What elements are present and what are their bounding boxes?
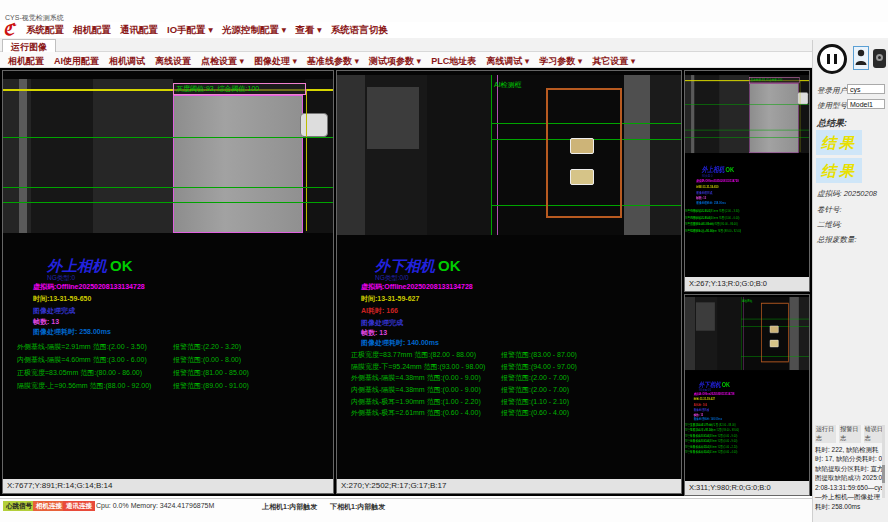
tool-plc-address-table[interactable]: PLC地址表 <box>431 55 476 68</box>
middle-ai-elapsed: AI耗时: 166 <box>361 306 398 316</box>
left-result-ok: OK <box>726 165 735 174</box>
menu-item-system-config[interactable]: 系统配置 <box>26 24 64 37</box>
middle-ai-elapsed: AI耗时: 166 <box>694 403 707 408</box>
mini-view-bottom[interactable]: AI检测框 外下相机OK NG类型:0/0 虚拟码:Offline2025020… <box>684 294 810 496</box>
inspected-cell-region <box>749 83 798 153</box>
menu-item-comm-config[interactable]: 通讯配置 <box>120 24 158 37</box>
comm-status-badge: 通讯连接 <box>63 501 95 511</box>
middle-barcode: 虚拟码:Offline20250208133134728 <box>361 282 473 292</box>
app-logo-icon: ℭ <box>3 20 21 38</box>
result-badge-1: 结果 <box>816 130 862 155</box>
login-user-label: 登录用户: <box>817 86 849 96</box>
left-result-ok: OK <box>110 257 133 274</box>
tool-image-processing[interactable]: 图像处理 ▾ <box>254 55 297 68</box>
login-user-field[interactable]: cys <box>847 84 885 94</box>
machine-column <box>719 75 749 153</box>
ai-box-label: AI检测框 <box>494 80 522 90</box>
green-measure-line <box>3 187 333 188</box>
menu-item-view[interactable]: 查看 ▾ <box>295 24 321 37</box>
middle-elapsed: 图像处理耗时: 140.00ms <box>361 338 439 348</box>
cpu-memory-readout: Cpu: 0.0% Memory: 3424.41796875M <box>96 502 214 509</box>
white-connector-part <box>300 113 328 137</box>
title-bar: CYS-视觉检测系统 <box>0 0 888 22</box>
left-time: 时间:13-31-59-650 <box>33 294 91 304</box>
left-camera-image: 灰度阈值:93, 综合阈值:100 <box>3 79 333 233</box>
qr-code-label: 二维码: <box>817 220 842 230</box>
mini-bottom-pixel-coordinates: X:311;Y:980;R:0;G:0;B:0 <box>685 481 809 495</box>
mini-top-pixel-coordinates: X:267;Y:13;R:0;G:0;B:0 <box>685 277 809 291</box>
pause-button[interactable] <box>817 44 847 74</box>
machine-column <box>789 297 798 370</box>
model-field[interactable]: Model1 <box>847 99 885 109</box>
log-scrollbar-thumb[interactable] <box>882 465 885 483</box>
log-scrollbar[interactable] <box>882 425 885 498</box>
middle-pixel-coordinates: X:270;Y:2502;R:17;G:17;B:17 <box>337 479 681 493</box>
bright-feature <box>570 169 594 185</box>
tool-camera-config[interactable]: 相机配置 <box>8 55 44 68</box>
menu-item-light-config[interactable]: 光源控制配置 ▾ <box>222 24 286 37</box>
middle-time: 时间:13-31-59-627 <box>361 294 419 304</box>
green-measure-line <box>3 202 333 203</box>
settings-button[interactable] <box>873 49 886 68</box>
tool-offline-debug[interactable]: 离线调试 ▾ <box>486 55 529 68</box>
middle-camera-view[interactable]: AI检测框 外下相机OK NG类型:0/0 虚拟码:Offline2025020… <box>336 70 682 494</box>
ai-box-label: AI检测框 <box>742 299 752 304</box>
status-bar: 心跳信号 相机连接 通讯连接 Cpu: 0.0% Memory: 3424.41… <box>0 498 812 522</box>
log-area: 运行日志 报警日志 错误日志 耗时: 222, 缺陷检测耗时: 17, 缺陷分类… <box>815 425 885 498</box>
mini-top-content: 灰度阈值:93, 综合阈值:100 外上相机OK NG类型:0 虚拟码:Offl… <box>685 71 810 278</box>
middle-camera-image: AI检测框 <box>685 297 810 370</box>
left-process-done: 图像处理完成 <box>33 306 75 316</box>
machine-column <box>685 297 695 370</box>
tool-other-settings[interactable]: 其它设置 ▾ <box>592 55 635 68</box>
result-badge-2: 结果 <box>816 158 862 183</box>
menu-item-camera-config[interactable]: 相机配置 <box>73 24 111 37</box>
tab-strip: 运行图像 <box>0 38 888 52</box>
left-pixel-coordinates: X:7677;Y:891;R:14;G:14;B:14 <box>3 479 333 493</box>
left-frame-count: 帧数: 13 <box>33 317 59 327</box>
middle-result-ok: OK <box>438 257 461 274</box>
machine-column <box>93 79 173 233</box>
machine-column <box>624 75 650 235</box>
machine-beam <box>696 302 715 330</box>
tool-baseline-params[interactable]: 基准线参数 ▾ <box>307 55 359 68</box>
lens-icon <box>876 54 883 61</box>
green-measure-line-vertical <box>491 75 492 235</box>
mini-bottom-content: AI检测框 外下相机OK NG类型:0/0 虚拟码:Offline2025020… <box>685 295 810 482</box>
tool-learning-params[interactable]: 学习参数 ▾ <box>539 55 582 68</box>
tool-ai-usage-config[interactable]: AI使用配置 <box>54 55 99 68</box>
log-tab-run[interactable]: 运行日志 <box>815 425 836 443</box>
green-measure-line <box>685 104 810 105</box>
machine-column-highlight <box>19 79 27 233</box>
lower-camera-trigger-mode[interactable]: 下相机1:内部触发 <box>330 502 385 512</box>
left-elapsed: 图像处理耗时: 258.00ms <box>696 201 725 206</box>
machine-column <box>799 75 810 153</box>
log-tab-alarm[interactable]: 报警日志 <box>839 425 860 443</box>
tool-offline-settings[interactable]: 离线设置 <box>155 55 191 68</box>
tool-spot-check[interactable]: 点检设置 ▾ <box>201 55 244 68</box>
left-process-done: 图像处理完成 <box>696 190 712 195</box>
threshold-overlay-label: 灰度阈值:93, 综合阈值:100 <box>173 83 306 95</box>
green-measure-line <box>685 130 810 131</box>
mini-view-top[interactable]: 灰度阈值:93, 综合阈值:100 外上相机OK NG类型:0 虚拟码:Offl… <box>684 70 810 292</box>
upper-camera-trigger-mode[interactable]: 上相机1:内部触发 <box>262 502 317 512</box>
left-time: 时间:13-31-59-650 <box>696 184 718 189</box>
menu-item-io-config[interactable]: IO手配置 ▾ <box>167 24 213 37</box>
violet-reference-line <box>497 75 498 235</box>
user-button[interactable] <box>853 46 869 70</box>
tool-test-params[interactable]: 测试项参数 ▾ <box>369 55 421 68</box>
log-text: 耗时: 222, 缺陷检测耗时: 17, 缺陷分类耗时: 0, 缺陷提取分区耗时… <box>815 445 885 511</box>
left-camera-image: 灰度阈值:93, 综合阈值:100 <box>685 75 810 153</box>
user-icon <box>854 47 868 67</box>
machine-column <box>718 297 741 370</box>
machine-beam <box>367 87 419 149</box>
needle-number-label: 卷针号: <box>817 205 842 215</box>
toolbar: 相机配置 AI使用配置 相机调试 离线设置 点检设置 ▾ 图像处理 ▾ 基准线参… <box>0 52 888 68</box>
bright-feature <box>770 326 779 333</box>
middle-process-done: 图像处理完成 <box>361 318 403 328</box>
yellow-reference-line-vertical <box>306 89 307 231</box>
menu-item-language-switch[interactable]: 系统语言切换 <box>331 24 388 37</box>
left-barcode: 虚拟码:Offline20250208133134728 <box>33 282 145 292</box>
left-camera-view[interactable]: 灰度阈值:93, 综合阈值:100 外上相机OK NG类型:0 虚拟码:Offl… <box>2 70 334 494</box>
app-window: CYS-视觉检测系统 ℭ 系统配置 相机配置 通讯配置 IO手配置 ▾ 光源控制… <box>0 0 888 522</box>
tool-camera-debug[interactable]: 相机调试 <box>109 55 145 68</box>
